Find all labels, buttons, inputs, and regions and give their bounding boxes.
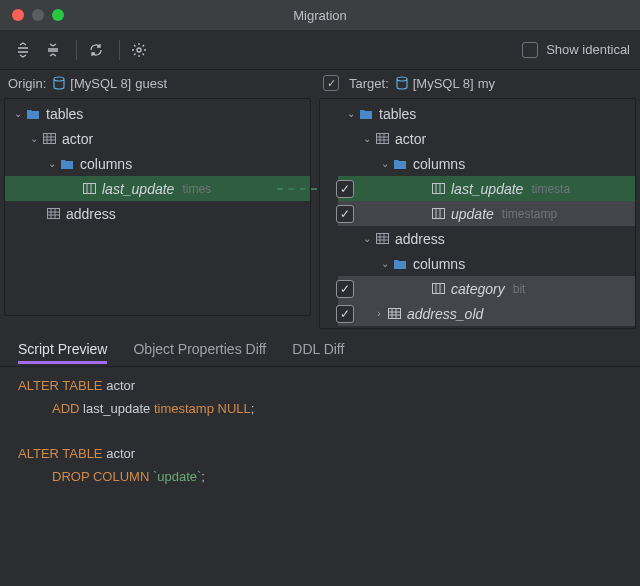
- table-icon: [45, 208, 61, 219]
- chevron-down-icon[interactable]: ⌄: [360, 133, 374, 144]
- tree-node-last-update[interactable]: last_update timesta: [338, 176, 635, 201]
- svg-rect-4: [376, 134, 388, 144]
- target-pane: Target: [MySQL 8] my ⌄ tables ⌄ actor ⌄ …: [315, 70, 640, 329]
- tree-node-columns[interactable]: ⌄ columns: [338, 251, 635, 276]
- target-name: my: [478, 76, 495, 91]
- svg-rect-8: [432, 284, 444, 294]
- tab-ddl-diff[interactable]: DDL Diff: [292, 341, 344, 363]
- chevron-down-icon[interactable]: ⌄: [27, 133, 41, 144]
- tree-node-last-update[interactable]: last_update times: [5, 176, 310, 201]
- folder-icon: [392, 258, 408, 270]
- origin-header: Origin: [MySQL 8] guest: [0, 70, 315, 96]
- chevron-down-icon[interactable]: ⌄: [344, 108, 358, 119]
- expand-all-button[interactable]: [10, 37, 36, 63]
- chevron-down-icon[interactable]: ⌄: [360, 233, 374, 244]
- target-header: Target: [MySQL 8] my: [315, 70, 640, 96]
- tree-node-columns[interactable]: ⌄ columns: [338, 151, 635, 176]
- diff-checkbox[interactable]: [336, 205, 354, 223]
- database-icon: [52, 76, 66, 90]
- tree-node-address[interactable]: address: [5, 201, 310, 226]
- target-label: Target:: [349, 76, 389, 91]
- database-icon: [395, 76, 409, 90]
- window-title: Migration: [0, 8, 640, 23]
- column-icon: [430, 283, 446, 294]
- tree-node-actor[interactable]: ⌄ actor: [5, 126, 310, 151]
- toolbar: Show identical: [0, 30, 640, 70]
- toolbar-divider: [76, 40, 77, 60]
- table-icon: [386, 308, 402, 319]
- toolbar-divider: [119, 40, 120, 60]
- chevron-right-icon[interactable]: ›: [372, 308, 386, 319]
- origin-pane: Origin: [MySQL 8] guest ⌄ tables ⌄ actor…: [0, 70, 315, 329]
- show-identical-toggle[interactable]: Show identical: [522, 42, 630, 58]
- result-tabs: Script Preview Object Properties Diff DD…: [0, 337, 640, 367]
- folder-icon: [392, 158, 408, 170]
- svg-point-0: [137, 48, 141, 52]
- svg-rect-1: [43, 134, 55, 144]
- titlebar: Migration: [0, 0, 640, 30]
- chevron-down-icon[interactable]: ⌄: [378, 258, 392, 269]
- chevron-down-icon[interactable]: ⌄: [11, 108, 25, 119]
- code-line: DROP COLUMN `update`;: [18, 466, 622, 489]
- tree-node-tables[interactable]: ⌄ tables: [338, 101, 635, 126]
- target-checkbox[interactable]: [323, 75, 339, 91]
- svg-rect-2: [83, 184, 95, 194]
- tree-node-category[interactable]: category bit: [338, 276, 635, 301]
- code-line: ADD last_update timestamp NULL;: [18, 398, 622, 421]
- column-icon: [430, 183, 446, 194]
- column-icon: [430, 208, 446, 219]
- table-icon: [41, 133, 57, 144]
- diff-connector: [277, 188, 317, 190]
- tree-node-columns[interactable]: ⌄ columns: [5, 151, 310, 176]
- tab-script-preview[interactable]: Script Preview: [18, 341, 107, 363]
- collapse-all-button[interactable]: [40, 37, 66, 63]
- folder-icon: [358, 108, 374, 120]
- tree-node-address-old[interactable]: › address_old: [338, 301, 635, 326]
- code-line: [18, 421, 622, 444]
- code-line: ALTER TABLE actor: [18, 375, 622, 398]
- origin-db: [MySQL 8]: [70, 76, 131, 91]
- origin-name: guest: [135, 76, 167, 91]
- svg-rect-5: [432, 184, 444, 194]
- origin-tree[interactable]: ⌄ tables ⌄ actor ⌄ columns last_update t…: [4, 98, 311, 316]
- tab-object-properties-diff[interactable]: Object Properties Diff: [133, 341, 266, 363]
- svg-rect-7: [376, 234, 388, 244]
- folder-icon: [25, 108, 41, 120]
- table-icon: [374, 133, 390, 144]
- svg-rect-6: [432, 209, 444, 219]
- tree-node-update[interactable]: update timestamp: [338, 201, 635, 226]
- settings-button[interactable]: [126, 37, 152, 63]
- folder-icon: [59, 158, 75, 170]
- origin-label: Origin:: [8, 76, 46, 91]
- chevron-down-icon[interactable]: ⌄: [45, 158, 59, 169]
- column-icon: [81, 183, 97, 194]
- diff-checkbox[interactable]: [336, 180, 354, 198]
- chevron-down-icon[interactable]: ⌄: [378, 158, 392, 169]
- svg-rect-9: [388, 309, 400, 319]
- target-tree[interactable]: ⌄ tables ⌄ actor ⌄ columns last_update t…: [319, 98, 636, 329]
- tree-node-address[interactable]: ⌄ address: [338, 226, 635, 251]
- show-identical-checkbox[interactable]: [522, 42, 538, 58]
- table-icon: [374, 233, 390, 244]
- tree-node-tables[interactable]: ⌄ tables: [5, 101, 310, 126]
- diff-checkbox[interactable]: [336, 280, 354, 298]
- diff-panes: Origin: [MySQL 8] guest ⌄ tables ⌄ actor…: [0, 70, 640, 329]
- refresh-button[interactable]: [83, 37, 109, 63]
- diff-checkbox[interactable]: [336, 305, 354, 323]
- code-line: ALTER TABLE actor: [18, 443, 622, 466]
- tree-node-actor[interactable]: ⌄ actor: [338, 126, 635, 151]
- target-db: [MySQL 8]: [413, 76, 474, 91]
- show-identical-label: Show identical: [546, 42, 630, 57]
- svg-rect-3: [47, 209, 59, 219]
- script-preview-editor[interactable]: ALTER TABLE actor ADD last_update timest…: [0, 367, 640, 497]
